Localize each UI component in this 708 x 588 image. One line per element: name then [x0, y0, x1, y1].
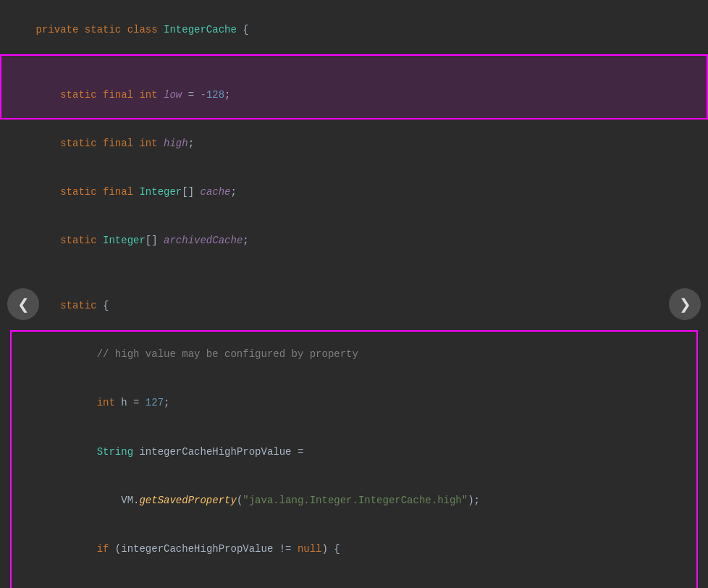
code-line-4: static final Integer[] cache; [0, 168, 708, 217]
nav-right-button[interactable]: ❯ [669, 288, 701, 320]
var-archived: archivedCache [164, 235, 243, 246]
code-line-13: try { [0, 574, 708, 588]
kw-if: if [97, 543, 115, 555]
num-128: -128 [201, 89, 225, 101]
kw-static-5: static [60, 235, 103, 246]
code-line-12: if (integerCacheHighPropValue != null) { [0, 525, 708, 574]
kw-final-2: final [103, 138, 139, 149]
code-line-6 [0, 265, 708, 281]
comment-1: // high value may be configured by prope… [97, 348, 358, 360]
code-line-10: String integerCacheHighPropValue = [0, 427, 708, 476]
str-java-lang: "java.lang.Integer.IntegerCache.high" [243, 495, 468, 506]
kw-null: null [298, 543, 322, 555]
kw-class: class [127, 24, 164, 35]
kw-static: static [85, 24, 127, 35]
code-line-2: static final int low = -128; [0, 54, 708, 119]
kw-private: private [36, 24, 85, 35]
kw-final: final [103, 89, 139, 101]
var-cache: cache [200, 186, 230, 198]
code-line-11: VM.getSavedProperty("java.lang.Integer.I… [0, 476, 708, 524]
pink-box-section: // high value may be configured by prope… [0, 330, 708, 588]
var-high: high [164, 138, 188, 149]
code-container: private static class IntegerCache { stat… [0, 0, 708, 588]
code-line-7: static { [0, 282, 708, 330]
type-integer-2: Integer [103, 235, 146, 246]
num-127: 127 [146, 397, 164, 408]
code-line-9: int h = 127; [0, 379, 708, 427]
code-line-3: static final int high; [0, 119, 708, 168]
kw-int-2: int [139, 138, 164, 149]
kw-int: int [139, 89, 164, 101]
kw-static-2: static [60, 89, 103, 101]
kw-final-3: final [103, 186, 139, 198]
nav-left-button[interactable]: ❮ [7, 288, 39, 320]
kw-static-3: static [60, 138, 103, 149]
code-line-8: // high value may be configured by prope… [0, 330, 708, 379]
code-line-1: private static class IntegerCache { [0, 6, 708, 54]
code-line-5: static Integer[] archivedCache; [0, 217, 708, 265]
kw-static-6: static [60, 300, 96, 311]
type-integer: Integer [139, 186, 182, 198]
var-low: low [164, 89, 182, 101]
class-integercache: IntegerCache [164, 24, 237, 35]
method-getSaved: getSavedProperty [139, 495, 236, 506]
kw-static-4: static [60, 186, 103, 198]
type-string: String [97, 446, 133, 458]
kw-int-3: int [97, 397, 122, 408]
